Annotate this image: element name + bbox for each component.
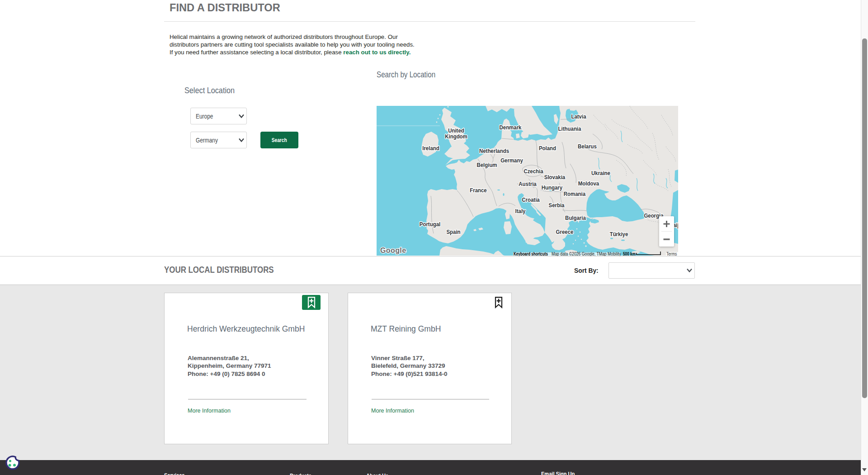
svg-text:Slovakia: Slovakia (544, 174, 566, 180)
svg-text:Denmark: Denmark (500, 124, 522, 131)
svg-text:Lithuania: Lithuania (558, 125, 581, 132)
svg-text:Ireland: Ireland (422, 145, 439, 152)
svg-text:Bulgaria: Bulgaria (565, 214, 586, 221)
svg-text:France: France (470, 187, 487, 194)
svg-text:Austria: Austria (519, 180, 537, 187)
svg-text:Latvia: Latvia (571, 113, 586, 120)
svg-text:Spain: Spain (446, 228, 460, 235)
svg-text:Greece: Greece (556, 228, 574, 235)
svg-text:Netherlands: Netherlands (479, 147, 509, 154)
svg-text:Serbia: Serbia (549, 202, 565, 209)
svg-text:Germany: Germany (500, 157, 523, 164)
svg-text:Türkiye: Türkiye (610, 231, 628, 238)
svg-text:Kingdom: Kingdom (445, 133, 467, 140)
svg-text:Italy: Italy (515, 208, 526, 214)
svg-text:Poland: Poland (539, 145, 556, 152)
svg-text:Portugal: Portugal (420, 221, 440, 228)
svg-text:Google: Google (380, 247, 406, 254)
svg-text:Czechia: Czechia (524, 168, 543, 175)
svg-text:Croatia: Croatia (522, 196, 540, 203)
svg-text:Belarus: Belarus (578, 143, 597, 150)
svg-text:Belgium: Belgium (476, 162, 497, 168)
svg-text:Romania: Romania (564, 190, 585, 197)
svg-text:Ukraine: Ukraine (591, 170, 610, 176)
svg-text:Hungary: Hungary (542, 184, 563, 191)
svg-text:Moldova: Moldova (578, 180, 599, 187)
